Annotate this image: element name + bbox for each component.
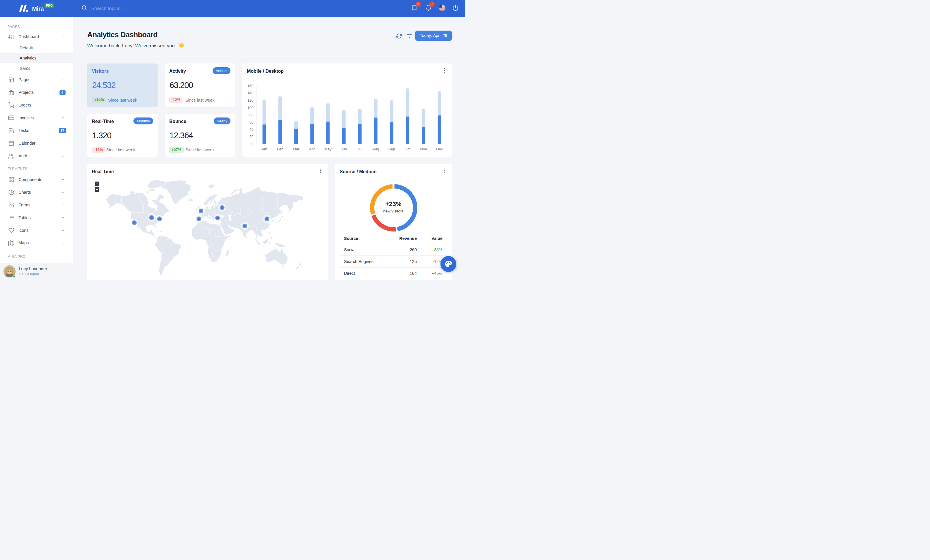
- svg-text:80: 80: [249, 113, 254, 117]
- svg-text:20: 20: [249, 135, 254, 139]
- svg-text:Apr: Apr: [309, 147, 315, 151]
- svg-text:Jan: Jan: [261, 147, 267, 151]
- svg-text:140: 140: [248, 91, 254, 95]
- svg-text:Mar: Mar: [293, 147, 300, 151]
- svg-text:40: 40: [249, 127, 254, 132]
- svg-text:May: May: [324, 147, 331, 151]
- svg-text:Jun: Jun: [341, 147, 347, 151]
- svg-text:160: 160: [248, 84, 254, 88]
- svg-text:60: 60: [249, 120, 254, 124]
- svg-text:0: 0: [252, 142, 254, 146]
- svg-text:100: 100: [248, 106, 254, 110]
- svg-text:Feb: Feb: [277, 147, 283, 151]
- svg-text:Jul: Jul: [357, 147, 362, 151]
- svg-text:Aug: Aug: [372, 147, 379, 151]
- svg-text:Dec: Dec: [436, 147, 443, 151]
- svg-text:Oct: Oct: [405, 147, 411, 151]
- svg-text:Sep: Sep: [388, 147, 395, 151]
- svg-text:120: 120: [248, 98, 254, 103]
- svg-text:Nov: Nov: [420, 147, 427, 151]
